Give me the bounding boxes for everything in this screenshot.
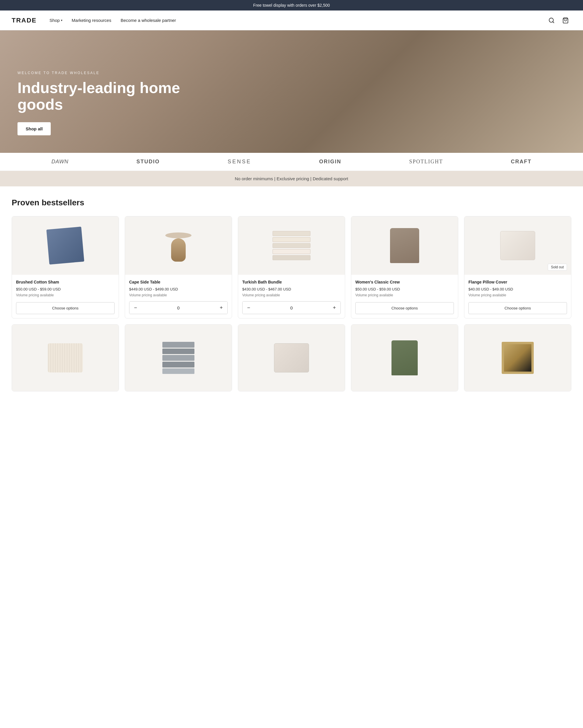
- product-image-sham: [46, 227, 84, 264]
- product-info: Flange Pillow Cover $40.00 USD - $49.00 …: [464, 275, 571, 318]
- product-image-wrap: [238, 324, 345, 391]
- value-prop-text: No order minimums | Exclusive pricing | …: [235, 176, 348, 181]
- brand-studio[interactable]: STUDIO: [136, 159, 160, 165]
- product-name: Cape Side Table: [129, 280, 228, 285]
- qty-increase-button[interactable]: +: [215, 302, 227, 314]
- product-image-linen-sham: [274, 343, 309, 372]
- product-price: $40.00 USD - $49.00 USD: [468, 287, 567, 291]
- search-button[interactable]: [546, 15, 557, 26]
- product-card-brushed-cotton-sham: Brushed Cotton Sham $50.00 USD - $59.00 …: [12, 216, 119, 318]
- product-image-towels: [273, 231, 310, 260]
- product-image-crew: [390, 228, 419, 263]
- product-price: $50.00 USD - $59.00 USD: [16, 287, 115, 291]
- products-grid-row2: [12, 324, 571, 391]
- choose-options-button-sham[interactable]: Choose options: [16, 302, 115, 314]
- choose-options-button-pillow[interactable]: Choose options: [468, 302, 567, 314]
- qty-value: 0: [255, 305, 328, 310]
- product-volume-pricing: Volume pricing available: [16, 293, 115, 298]
- product-volume-pricing: Volume pricing available: [355, 293, 454, 298]
- brands-bar: Dawn STUDIO SENSE ORIGIN spotlight CRAFT: [0, 153, 583, 171]
- product-image-pants: [391, 340, 418, 375]
- product-image-wrap: [125, 216, 232, 275]
- products-grid-row1: Brushed Cotton Sham $50.00 USD - $59.00 …: [12, 216, 571, 318]
- product-image-pillow: [500, 231, 535, 260]
- product-image-wrap: [351, 216, 458, 275]
- logo[interactable]: TRADE: [12, 17, 37, 24]
- value-prop-bar: No order minimums | Exclusive pricing | …: [0, 171, 583, 186]
- product-card-linen-sham[interactable]: [238, 324, 345, 391]
- product-card-womens-classic-crew: Women's Classic Crew $50.00 USD - $59.00…: [351, 216, 458, 318]
- nav-shop[interactable]: Shop ▾: [46, 16, 66, 25]
- nav-wholesale-partner[interactable]: Become a wholesale partner: [117, 16, 180, 25]
- brand-spotlight[interactable]: spotlight: [409, 159, 443, 165]
- product-name: Women's Classic Crew: [355, 280, 454, 285]
- product-card-cape-side-table: Cape Side Table $449.00 USD - $499.00 US…: [125, 216, 232, 318]
- product-actions: Choose options: [355, 302, 454, 314]
- product-actions: Choose options: [468, 302, 567, 314]
- product-volume-pricing: Volume pricing available: [468, 293, 567, 298]
- product-actions: Choose options: [16, 302, 115, 314]
- header-actions: [546, 15, 571, 26]
- product-name: Brushed Cotton Sham: [16, 280, 115, 285]
- table-leg: [171, 238, 186, 262]
- nav: Shop ▾ Marketing resources Become a whol…: [46, 16, 546, 25]
- announcement-bar: Free towel display with orders over $2,5…: [0, 0, 583, 10]
- products-section: Proven bestsellers Brushed Cotton Sham $…: [0, 186, 583, 409]
- brand-sense[interactable]: SENSE: [228, 159, 251, 165]
- choose-options-button-crew[interactable]: Choose options: [355, 302, 454, 314]
- product-price: $449.00 USD - $499.00 USD: [129, 287, 228, 291]
- product-info: Women's Classic Crew $50.00 USD - $59.00…: [351, 275, 458, 318]
- brand-origin[interactable]: ORIGIN: [319, 159, 341, 165]
- product-card-flange-pillow-cover: Sold out Flange Pillow Cover $40.00 USD …: [464, 216, 571, 318]
- product-image-wrap: [12, 324, 119, 391]
- product-card-turkish-bath-bundle: Turkish Bath Bundle $430.00 USD - $467.0…: [238, 216, 345, 318]
- search-icon: [548, 17, 555, 24]
- product-card-knit-pillow[interactable]: [12, 324, 119, 391]
- hero-content: WELCOME TO TRADE WHOLESALE Industry-lead…: [18, 71, 192, 135]
- product-image-table: [165, 230, 192, 262]
- product-info: Turkish Bath Bundle $430.00 USD - $467.0…: [238, 275, 345, 318]
- product-card-gray-towels[interactable]: [125, 324, 232, 391]
- quantity-control: − 0 +: [129, 301, 228, 314]
- cart-button[interactable]: [560, 15, 571, 26]
- product-image-wrap: [12, 216, 119, 275]
- brand-craft[interactable]: CRAFT: [511, 159, 532, 165]
- announcement-text: Free towel display with orders over $2,5…: [253, 3, 330, 7]
- product-image-knit-pillow: [48, 343, 83, 372]
- product-card-pants[interactable]: [351, 324, 458, 391]
- product-actions: − 0 +: [242, 301, 341, 314]
- product-image-wrap: [464, 324, 571, 391]
- sold-out-badge: Sold out: [548, 264, 567, 271]
- qty-decrease-button[interactable]: −: [243, 302, 255, 314]
- section-title: Proven bestsellers: [12, 198, 571, 207]
- table-top: [165, 232, 192, 238]
- product-image-wrap: [238, 216, 345, 275]
- product-price: $50.00 USD - $59.00 USD: [355, 287, 454, 291]
- product-actions: − 0 +: [129, 301, 228, 314]
- header: TRADE Shop ▾ Marketing resources Become …: [0, 10, 583, 30]
- product-image-gray-towels: [162, 342, 194, 374]
- quantity-control: − 0 +: [242, 301, 341, 314]
- hero-title: Industry-leading home goods: [18, 80, 192, 113]
- product-info: Cape Side Table $449.00 USD - $499.00 US…: [125, 275, 232, 318]
- product-image-wrap: [125, 324, 232, 391]
- nav-marketing-resources[interactable]: Marketing resources: [67, 16, 115, 25]
- product-name: Flange Pillow Cover: [468, 280, 567, 285]
- product-volume-pricing: Volume pricing available: [242, 293, 341, 297]
- hero-eyebrow: WELCOME TO TRADE WHOLESALE: [18, 71, 192, 75]
- qty-increase-button[interactable]: +: [328, 302, 340, 314]
- hero-cta-button[interactable]: Shop all: [18, 122, 51, 135]
- qty-decrease-button[interactable]: −: [130, 302, 142, 314]
- product-name: Turkish Bath Bundle: [242, 280, 341, 285]
- brand-dawn[interactable]: Dawn: [51, 159, 68, 165]
- product-card-frame[interactable]: [464, 324, 571, 391]
- product-info: Brushed Cotton Sham $50.00 USD - $59.00 …: [12, 275, 119, 318]
- svg-line-1: [553, 22, 554, 23]
- cart-icon: [562, 17, 569, 24]
- product-price: $430.00 USD - $467.00 USD: [242, 287, 341, 291]
- product-volume-pricing: Volume pricing available: [129, 293, 228, 297]
- product-image-wrap: [351, 324, 458, 391]
- product-image-wrap: Sold out: [464, 216, 571, 275]
- hero-section: WELCOME TO TRADE WHOLESALE Industry-lead…: [0, 30, 583, 153]
- product-image-frame: [502, 342, 534, 374]
